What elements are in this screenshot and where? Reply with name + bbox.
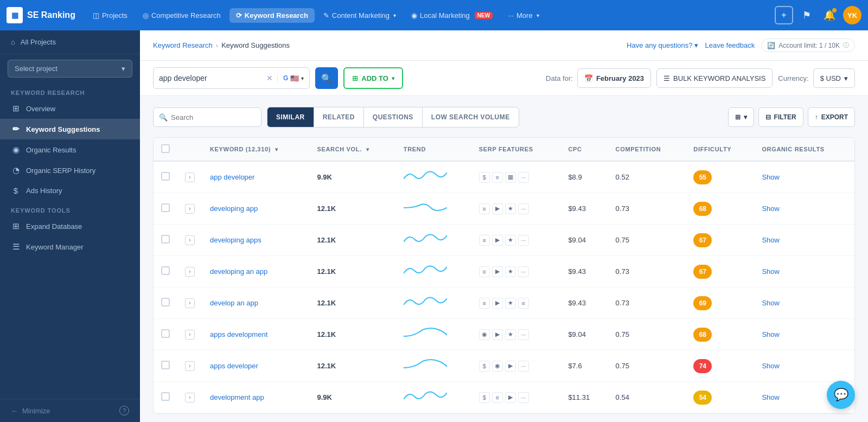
sidebar-item-organic-results[interactable]: ◉ Organic Results xyxy=(0,139,140,160)
show-organic-link[interactable]: Show xyxy=(762,173,780,181)
keyword-cell: develop an app xyxy=(202,287,309,319)
flag-caret-icon: ▾ xyxy=(301,75,304,81)
show-organic-link[interactable]: Show xyxy=(762,236,780,244)
keyword-name[interactable]: developing apps xyxy=(210,236,261,244)
cpc-cell: $9.04 xyxy=(560,319,608,350)
notifications-button[interactable]: 🔔 xyxy=(820,6,839,24)
show-organic-link[interactable]: Show xyxy=(762,204,780,213)
keyword-sort-icon: ▾ xyxy=(275,146,278,152)
row-checkbox[interactable] xyxy=(161,235,170,244)
tab-questions[interactable]: QUESTIONS xyxy=(364,107,423,127)
row-expand-cell: › xyxy=(177,256,202,287)
avatar[interactable]: YK xyxy=(843,6,861,24)
row-checkbox-cell xyxy=(154,225,177,256)
serp-feature-icon: ▶ xyxy=(492,235,503,246)
sidebar-item-organic-serp-history[interactable]: ◔ Organic SERP History xyxy=(0,160,140,181)
row-checkbox[interactable] xyxy=(161,266,170,275)
have-questions-button[interactable]: Have any questions? ▾ xyxy=(627,41,698,49)
row-expand-button[interactable]: › xyxy=(185,235,195,245)
row-expand-button[interactable]: › xyxy=(185,298,195,308)
nav-projects[interactable]: ◫ Projects xyxy=(86,8,134,23)
row-expand-button[interactable]: › xyxy=(185,361,195,371)
tab-similar[interactable]: SIMILAR xyxy=(267,107,314,127)
keyword-name[interactable]: app developer xyxy=(210,173,254,181)
flag-icon: 🇺🇸 xyxy=(290,74,299,82)
vol-cell: 9.9K xyxy=(309,161,395,193)
nav-content-marketing[interactable]: ✎ Content Marketing ▾ xyxy=(317,8,403,23)
search-volume: 9.9K xyxy=(317,173,331,181)
overview-icon: ⊞ xyxy=(11,104,21,113)
row-checkbox[interactable] xyxy=(161,203,170,212)
trend-cell xyxy=(396,161,471,193)
add-to-button[interactable]: ⊞ ADD TO ▾ xyxy=(343,67,403,89)
sidebar-item-overview[interactable]: ⊞ Overview xyxy=(0,98,140,119)
row-checkbox[interactable] xyxy=(161,298,170,306)
row-checkbox[interactable] xyxy=(161,361,170,369)
row-expand-button[interactable]: › xyxy=(185,204,195,214)
leave-feedback-button[interactable]: Leave feedback xyxy=(705,41,755,49)
show-organic-link[interactable]: Show xyxy=(762,299,780,307)
flag-button[interactable]: ⚑ xyxy=(797,6,816,24)
nav-keyword-research[interactable]: ⟳ Keyword Research xyxy=(229,8,315,23)
keyword-name[interactable]: apps developer xyxy=(210,362,258,370)
tab-related[interactable]: RELATED xyxy=(314,107,364,127)
cpc-cell: $8.9 xyxy=(560,161,608,193)
minimize-button[interactable]: ← Minimize ? xyxy=(0,399,140,422)
row-expand-button[interactable]: › xyxy=(185,267,195,277)
breadcrumb-parent[interactable]: Keyword Research xyxy=(153,41,213,49)
serp-feature-icon: ▦ xyxy=(505,172,516,183)
row-expand-button[interactable]: › xyxy=(185,393,195,402)
row-expand-button[interactable]: › xyxy=(185,330,195,340)
vol-column-header[interactable]: SEARCH VOL. ▾ xyxy=(309,138,395,161)
keyword-name[interactable]: develop an app xyxy=(210,299,258,307)
competition-cell: 0.73 xyxy=(608,256,686,287)
keyword-name[interactable]: development app xyxy=(210,393,264,401)
nav-more[interactable]: ··· More ▾ xyxy=(501,8,545,23)
chat-support-button[interactable]: 💬 xyxy=(827,381,855,409)
nav-competitive-research[interactable]: ◎ Competitive Research xyxy=(136,8,227,23)
organic-cell: Show xyxy=(754,256,854,287)
bulk-keyword-analysis-button[interactable]: ☰ BULK KEYWORD ANALYSIS xyxy=(656,68,773,88)
export-button[interactable]: ↑ EXPORT xyxy=(808,107,855,127)
table-search-input[interactable] xyxy=(171,113,256,122)
row-checkbox[interactable] xyxy=(161,392,170,401)
keyword-name[interactable]: developing an app xyxy=(210,267,267,276)
sidebar-item-keyword-manager[interactable]: ☰ Keyword Manager xyxy=(0,236,140,257)
nav-local-marketing[interactable]: ◉ Local Marketing NEW xyxy=(405,8,499,23)
bulk-icon: ☰ xyxy=(663,74,670,82)
nav-projects-label: Projects xyxy=(102,11,127,20)
logo[interactable]: ▦ SE Ranking xyxy=(7,7,75,23)
show-organic-link[interactable]: Show xyxy=(762,330,780,338)
search-button[interactable]: 🔍 xyxy=(315,67,338,89)
sidebar-item-expand-database[interactable]: ⊞ Expand Database xyxy=(0,216,140,236)
search-volume: 9.9K xyxy=(317,393,331,401)
search-clear-button[interactable]: ✕ xyxy=(262,74,277,82)
country-selector[interactable]: G 🇺🇸 ▾ xyxy=(277,74,309,82)
keyword-column-header[interactable]: KEYWORD (12,310) ▾ xyxy=(202,138,309,161)
serp-feature-icon: ≡ xyxy=(518,298,529,309)
row-expand-button[interactable]: › xyxy=(185,172,195,182)
sidebar-item-all-projects[interactable]: ⌂ All Projects xyxy=(0,30,140,54)
sidebar: ⌂ All Projects Select project ▾ KEYWORD … xyxy=(0,30,140,422)
sidebar-item-ads-history[interactable]: $ Ads History xyxy=(0,181,140,201)
keyword-search-input[interactable] xyxy=(154,74,262,82)
filter-button[interactable]: ⊟ FILTER xyxy=(758,107,803,127)
row-expand-cell: › xyxy=(177,225,202,256)
project-selector[interactable]: Select project ▾ xyxy=(8,60,132,78)
show-organic-link[interactable]: Show xyxy=(762,393,780,401)
vol-cell: 12.1K xyxy=(309,350,395,382)
select-all-checkbox[interactable] xyxy=(161,144,170,153)
tab-low-search-volume[interactable]: LOW SEARCH VOLUME xyxy=(423,107,519,127)
date-picker-button[interactable]: 📅 February 2023 xyxy=(577,68,651,88)
table-row: › apps development 12.1K ◉▶★··· $9.04 0.… xyxy=(154,319,854,350)
keyword-name[interactable]: apps development xyxy=(210,330,267,338)
currency-selector[interactable]: $ USD ▾ xyxy=(813,68,855,88)
show-organic-link[interactable]: Show xyxy=(762,362,780,370)
columns-button[interactable]: ⊞ ▾ xyxy=(728,107,754,127)
show-organic-link[interactable]: Show xyxy=(762,267,780,276)
row-checkbox[interactable] xyxy=(161,172,170,181)
add-button[interactable]: + xyxy=(775,6,793,24)
row-checkbox[interactable] xyxy=(161,329,170,338)
sidebar-item-keyword-suggestions[interactable]: ✏ Keyword Suggestions xyxy=(0,119,140,139)
keyword-name[interactable]: developing app xyxy=(210,204,258,213)
